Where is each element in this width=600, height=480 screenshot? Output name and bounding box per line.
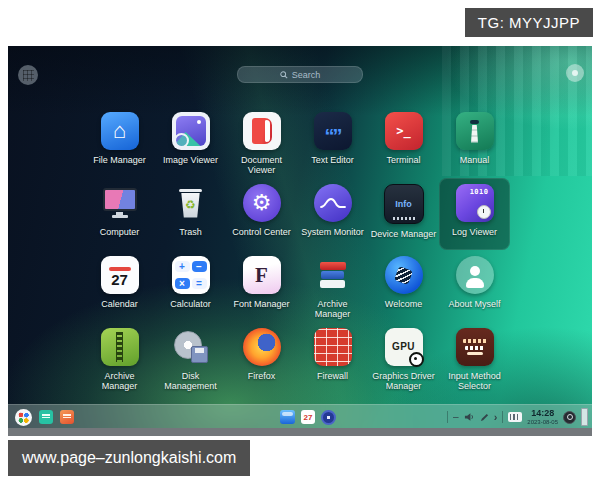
firewall-icon bbox=[314, 328, 352, 366]
clock-date: 2023-08-05 bbox=[527, 419, 558, 425]
app-log-viewer[interactable]: 1010Log Viewer bbox=[439, 178, 510, 250]
taskbar-file-manager-icon[interactable] bbox=[280, 410, 295, 424]
app-label: System Monitor bbox=[301, 227, 364, 237]
app-label: Firefox bbox=[248, 371, 276, 381]
image-viewer-icon bbox=[172, 112, 210, 150]
app-terminal[interactable]: >_Terminal bbox=[368, 106, 439, 178]
app-label: Archive Manager bbox=[86, 371, 154, 392]
app-label: Document Viewer bbox=[228, 155, 296, 176]
system-monitor-icon bbox=[314, 184, 352, 222]
app-calendar[interactable]: 27Calendar bbox=[84, 250, 155, 322]
app-firefox[interactable]: Firefox bbox=[226, 322, 297, 394]
app-label: Calendar bbox=[101, 299, 138, 309]
app-control-center[interactable]: ⚙Control Center bbox=[226, 178, 297, 250]
taskbar-security-center-icon[interactable] bbox=[321, 410, 336, 425]
app-label: Font Manager bbox=[233, 299, 289, 309]
start-menu-button[interactable] bbox=[15, 409, 32, 426]
app-firewall[interactable]: Firewall bbox=[297, 322, 368, 394]
clock[interactable]: 14:28 2023-08-05 bbox=[527, 409, 558, 425]
app-calculator[interactable]: +−×=Calculator bbox=[155, 250, 226, 322]
font-manager-icon: F bbox=[243, 256, 281, 294]
log-viewer-icon: 1010 bbox=[456, 184, 494, 222]
screen: Search ⌂File ManagerImage ViewerDocument… bbox=[0, 0, 600, 480]
tray-separator bbox=[447, 411, 448, 423]
app-document-viewer[interactable]: Document Viewer bbox=[226, 106, 297, 178]
gpu-icon: GPU bbox=[385, 328, 423, 366]
search-input[interactable]: Search bbox=[237, 66, 363, 83]
app-label: Image Viewer bbox=[163, 155, 218, 165]
clock-time: 14:28 bbox=[531, 409, 554, 418]
manual-icon bbox=[456, 112, 494, 150]
app-system-monitor[interactable]: System Monitor bbox=[297, 178, 368, 250]
power-icon[interactable] bbox=[563, 411, 576, 424]
show-desktop-button[interactable] bbox=[581, 408, 588, 426]
app-label: Text Editor bbox=[311, 155, 354, 165]
app-image-viewer[interactable]: Image Viewer bbox=[155, 106, 226, 178]
archive-rar-icon bbox=[314, 256, 352, 294]
app-label: Manual bbox=[460, 155, 490, 165]
app-label: About Myself bbox=[448, 299, 500, 309]
app-graphics-driver-manager[interactable]: GPUGraphics Driver Manager bbox=[368, 322, 439, 394]
fullscreen-toggle-button[interactable] bbox=[566, 64, 584, 82]
terminal-icon: >_ bbox=[385, 112, 423, 150]
app-label: Firewall bbox=[317, 371, 348, 381]
app-grid-toggle-button[interactable] bbox=[18, 65, 38, 85]
app-trash[interactable]: ♻Trash bbox=[155, 178, 226, 250]
app-grid: ⌂File ManagerImage ViewerDocument Viewer… bbox=[84, 106, 510, 394]
volume-icon[interactable] bbox=[464, 412, 475, 422]
desktop: Search ⌂File ManagerImage ViewerDocument… bbox=[8, 46, 592, 436]
app-computer[interactable]: Computer bbox=[84, 178, 155, 250]
taskbar-app-terminal-icon[interactable] bbox=[39, 410, 53, 424]
app-label: Input Method Selector bbox=[441, 371, 509, 392]
input-method-icon bbox=[456, 328, 494, 366]
app-label: Welcome bbox=[385, 299, 422, 309]
firefox-icon bbox=[243, 328, 281, 366]
app-manual[interactable]: Manual bbox=[439, 106, 510, 178]
app-font-manager[interactable]: FFont Manager bbox=[226, 250, 297, 322]
pen-icon[interactable] bbox=[480, 413, 489, 422]
taskbar-calendar-icon[interactable]: 27 bbox=[301, 410, 315, 424]
document-viewer-icon bbox=[243, 112, 281, 150]
app-about-myself[interactable]: About Myself bbox=[439, 250, 510, 322]
app-archive-manager[interactable]: Archive Manager bbox=[297, 250, 368, 322]
app-label: Calculator bbox=[170, 299, 211, 309]
taskbar-app-orange-icon[interactable] bbox=[60, 410, 74, 424]
file-manager-icon: ⌂ bbox=[101, 112, 139, 150]
welcome-icon bbox=[385, 256, 423, 294]
app-label: Terminal bbox=[386, 155, 420, 165]
about-icon bbox=[456, 256, 494, 294]
tg-badge: TG: MYYJJPP bbox=[465, 8, 593, 37]
app-label: Log Viewer bbox=[452, 227, 497, 237]
app-label: Trash bbox=[179, 227, 202, 237]
archive-zip-icon bbox=[101, 328, 139, 366]
device-manager-icon: Info bbox=[384, 184, 424, 224]
app-label: Archive Manager bbox=[299, 299, 367, 320]
app-label: File Manager bbox=[93, 155, 146, 165]
app-label: Computer bbox=[100, 227, 140, 237]
app-label: Disk Management bbox=[157, 371, 225, 392]
search-placeholder: Search bbox=[292, 70, 321, 80]
chevron-right-icon[interactable]: › bbox=[494, 412, 498, 423]
calendar-icon: 27 bbox=[101, 256, 139, 294]
watermark: www.page–zunlongkaishi.com bbox=[8, 440, 250, 476]
app-disk-management[interactable]: Disk Management bbox=[155, 322, 226, 394]
app-archive-manager[interactable]: Archive Manager bbox=[84, 322, 155, 394]
app-text-editor[interactable]: “”Text Editor bbox=[297, 106, 368, 178]
app-file-manager[interactable]: ⌂File Manager bbox=[84, 106, 155, 178]
circle-icon bbox=[572, 70, 578, 76]
keyboard-icon[interactable] bbox=[508, 412, 522, 422]
app-device-manager[interactable]: InfoDevice Manager bbox=[368, 178, 439, 250]
trash-icon: ♻ bbox=[172, 184, 210, 222]
text-editor-icon: “” bbox=[314, 112, 352, 150]
taskbar: 27 – › 14:28 2023-08-05 bbox=[8, 404, 592, 429]
network-icon[interactable]: – bbox=[453, 412, 459, 422]
app-label: Device Manager bbox=[371, 229, 437, 239]
grid-icon bbox=[23, 70, 34, 81]
app-label: Graphics Driver Manager bbox=[370, 371, 438, 392]
app-label: Control Center bbox=[232, 227, 291, 237]
photo-bottom-bezel bbox=[8, 428, 592, 436]
app-welcome[interactable]: Welcome bbox=[368, 250, 439, 322]
app-input-method-selector[interactable]: Input Method Selector bbox=[439, 322, 510, 394]
search-icon bbox=[280, 71, 288, 79]
computer-icon bbox=[101, 184, 139, 222]
